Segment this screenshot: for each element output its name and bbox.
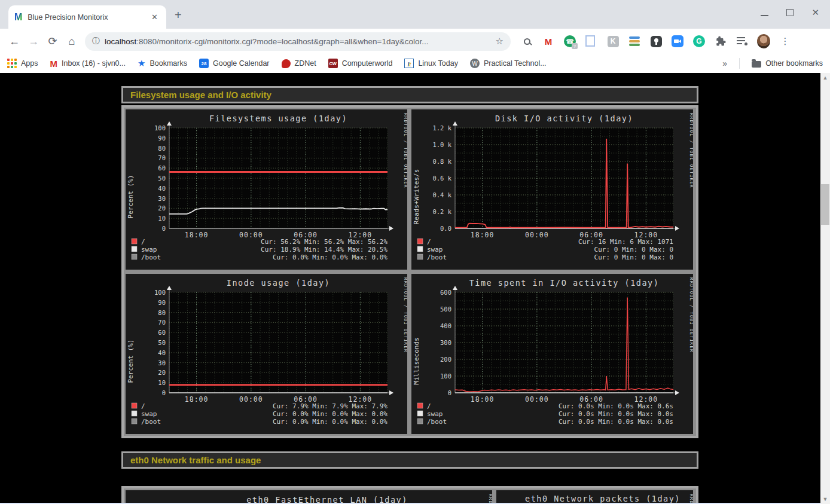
bookmark-google-calendar[interactable]: 28 Google Calendar [199, 59, 270, 68]
svg-text:70: 70 [158, 319, 166, 326]
section-header-filesystem: Filesystem usage and I/O activity [121, 86, 698, 103]
graph-panel-filesystems-usage[interactable]: 010203040506070809010018:0000:0006:0012:… [126, 109, 407, 270]
menu-dots-icon[interactable]: ⋮ [779, 35, 792, 48]
svg-text:500: 500 [440, 306, 451, 313]
keeper-extension-icon[interactable]: K [606, 35, 620, 48]
svg-text:18:00: 18:00 [471, 231, 495, 239]
extension-icons: M ☎? K G ⋮ [520, 35, 792, 48]
svg-text:0.4 k: 0.4 k [432, 191, 451, 198]
svg-text:Cur: 0.0% Min: 0.0% Max:: Cur: 0.0% Min: 0.0% Max: 0.0% [273, 253, 387, 261]
reload-button[interactable]: ⟳ [43, 35, 62, 48]
bookmark-inbox[interactable]: M Inbox (16) - sjvn0... [50, 59, 126, 69]
lamp-extension-icon[interactable] [649, 35, 663, 48]
forward-button[interactable]: → [24, 35, 43, 48]
graph-panel-eth0-lan[interactable]: 0.00.10.20.30.40.50.60.70.80.91.018:0000… [126, 490, 492, 504]
svg-text:Percent (%): Percent (%) [127, 175, 135, 219]
bookmark-computerworld[interactable]: CW Computerworld [328, 59, 393, 68]
chart-svg-disk-io-activity: 0.00.2 k0.4 k0.6 k0.8 k1.0 k1.2 k18:0000… [411, 109, 693, 267]
calendar-icon: 28 [199, 59, 209, 68]
voice-extension-icon[interactable]: ☎? [563, 35, 576, 48]
tab-close-icon[interactable]: ✕ [149, 11, 160, 23]
svg-text:0.0: 0.0 [440, 225, 451, 232]
chart-svg-filesystems-usage: 010203040506070809010018:0000:0006:0012:… [126, 109, 407, 267]
svg-text:/: / [427, 238, 431, 246]
graph-panel-disk-io-activity[interactable]: 0.00.2 k0.4 k0.6 k0.8 k1.0 k1.2 k18:0000… [411, 109, 693, 270]
svg-text:/boot: /boot [141, 418, 161, 426]
svg-text:00:00: 00:00 [239, 231, 263, 239]
new-tab-button[interactable]: + [175, 8, 182, 22]
svg-text:90: 90 [158, 299, 166, 306]
svg-text:RRDTOOL / TOBI OETIKER: RRDTOOL / TOBI OETIKER [689, 113, 693, 188]
graph-panel-time-spent-io[interactable]: 010020030040050060018:0000:0006:0012:00T… [411, 274, 693, 434]
chart-svg-inode-usage: 010203040506070809010018:0000:0006:0012:… [126, 274, 407, 432]
svg-text:100: 100 [154, 124, 166, 132]
back-button[interactable]: ← [5, 35, 24, 48]
monitorix-favicon: M [14, 12, 22, 23]
svg-text:70: 70 [158, 154, 166, 161]
blue-star-icon: ★ [138, 58, 145, 69]
svg-text:/boot: /boot [427, 253, 447, 261]
svg-text:00:00: 00:00 [525, 231, 549, 239]
scrollbar-up-icon[interactable]: ▲ [823, 73, 828, 83]
bookmark-star-icon[interactable]: ☆ [496, 36, 504, 47]
svg-text:swap: swap [141, 246, 157, 253]
svg-text:1.0 k: 1.0 k [432, 141, 451, 148]
page-content: Filesystem usage and I/O activity 010203… [0, 73, 830, 504]
site-info-icon[interactable]: ⓘ [92, 36, 100, 47]
scrollbar-thumb[interactable] [821, 184, 829, 225]
svg-text:80: 80 [158, 309, 166, 316]
svg-text:Cur: 0.0s Min: 0.0s Max: 0: Cur: 0.0s Min: 0.0s Max: 0.6s [559, 402, 673, 410]
window-close-button[interactable]: ✕ [811, 7, 819, 18]
vertical-scrollbar[interactable]: ▲ ▼ [820, 73, 830, 504]
svg-text:0: 0 [162, 225, 166, 232]
graph-panel-inode-usage[interactable]: 010203040506070809010018:0000:0006:0012:… [126, 274, 407, 434]
playlist-icon [737, 37, 747, 45]
bookmark-zdnet[interactable]: ZDNet [282, 59, 316, 68]
svg-text:Filesystems usage (1day): Filesystems usage (1day) [209, 114, 347, 123]
svg-text:10: 10 [158, 379, 166, 386]
playlist-extension-icon[interactable] [736, 35, 749, 48]
bookmarks-overflow-chevron[interactable]: » [722, 59, 727, 68]
svg-text:1.2 k: 1.2 k [432, 124, 451, 132]
svg-text:Cur: 0.0s Min: 0.0s Max: 0: Cur: 0.0s Min: 0.0s Max: 0.0s [559, 410, 673, 418]
bulb-icon [651, 36, 662, 47]
svg-text:20: 20 [158, 369, 166, 376]
graph-panel-eth0-packets[interactable]: 0.00.10.20.30.40.50.60.70.80.91.018:0000… [496, 490, 693, 504]
maximize-button[interactable] [786, 9, 794, 16]
svg-text:00:00: 00:00 [525, 395, 549, 404]
scrollbar-down-icon[interactable]: ▼ [823, 494, 828, 504]
grammarly-extension-icon[interactable]: G [692, 35, 706, 48]
bookmark-bookmarks[interactable]: ★ Bookmarks [138, 58, 187, 69]
other-bookmarks[interactable]: Other bookmarks [752, 59, 823, 68]
svg-text:30: 30 [158, 195, 166, 202]
svg-text:swap: swap [427, 246, 443, 253]
section-header-eth0: eth0 Network traffic and usage [121, 451, 698, 469]
copy-extension-icon[interactable] [585, 35, 598, 48]
minimize-button[interactable] [761, 15, 768, 16]
search-extension-icon[interactable] [520, 35, 533, 48]
svg-text:40: 40 [158, 349, 166, 356]
browser-tab[interactable]: M Blue Precision Monitorix ✕ [8, 5, 166, 29]
svg-text:Cur: 16 Min: 6 Max: 1: Cur: 16 Min: 6 Max: 1071 [578, 238, 673, 246]
wordpress-icon: W [470, 59, 480, 68]
gmail-extension-icon[interactable]: M [542, 35, 555, 48]
book-stack-icon [629, 36, 640, 46]
address-bar[interactable]: ⓘ localhost :8080/monitorix-cgi/monitori… [85, 32, 511, 51]
profile-avatar[interactable] [757, 35, 770, 48]
bookmark-linux-today[interactable]: lt Linux Today [404, 59, 458, 68]
zoom-extension-icon[interactable] [671, 35, 684, 48]
bookmark-apps[interactable]: Apps [7, 59, 38, 68]
svg-text:200: 200 [440, 356, 451, 363]
svg-text:60: 60 [158, 329, 166, 336]
linux-today-icon: lt [404, 59, 414, 68]
svg-text:Cur: 0 Min: 0 Max:: Cur: 0 Min: 0 Max: 0 [594, 253, 673, 261]
filesystem-graph-grid: 010203040506070809010018:0000:0006:0012:… [121, 105, 698, 438]
bookmark-practical-technology[interactable]: W Practical Technol... [470, 59, 547, 68]
extensions-puzzle-icon[interactable] [714, 35, 727, 48]
svg-text:RRDTOOL / TOBI OETIKER: RRDTOOL / TOBI OETIKER [689, 277, 693, 353]
svg-text:/: / [141, 402, 145, 410]
books-extension-icon[interactable] [628, 35, 641, 48]
folder-icon [752, 61, 761, 68]
home-button[interactable]: ⌂ [62, 35, 81, 48]
scrollbar-track[interactable] [820, 83, 830, 494]
